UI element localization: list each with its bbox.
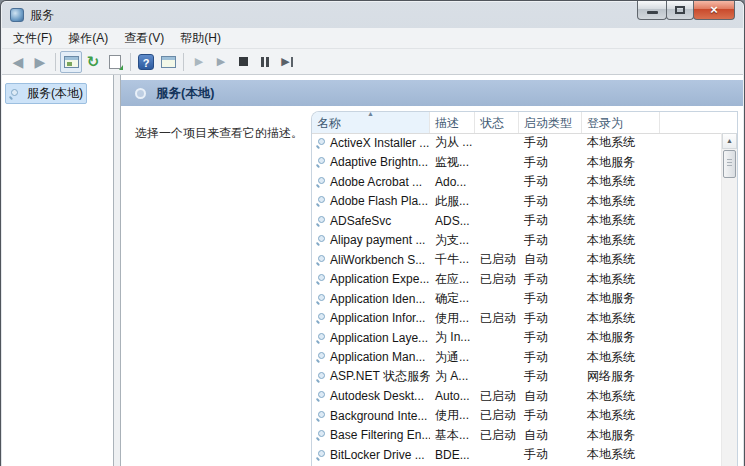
column-header-3[interactable]: 状态 bbox=[475, 112, 519, 133]
cell-startup-type: 手动 bbox=[519, 212, 582, 229]
scrollbar-thumb[interactable] bbox=[723, 150, 736, 178]
cell-name: ActiveX Installer ... bbox=[312, 136, 430, 150]
cell-logon-as: 本地系统 bbox=[582, 310, 660, 327]
close-button[interactable]: × bbox=[693, 1, 735, 20]
refresh-icon[interactable]: ↻ bbox=[82, 51, 104, 73]
table-row[interactable]: Application Man...为通...手动本地系统 bbox=[312, 348, 721, 368]
pane-splitter[interactable] bbox=[114, 75, 121, 466]
table-row[interactable]: Autodesk Deskt...Auto...已启动自动本地系统 bbox=[312, 387, 721, 407]
pause-service-icon[interactable] bbox=[254, 51, 276, 73]
menu-item[interactable]: 文件(F) bbox=[5, 28, 60, 49]
cell-description: 为从 ... bbox=[430, 134, 475, 151]
description-hint: 选择一个项目来查看它的描述。 bbox=[135, 125, 303, 142]
maximize-button[interactable] bbox=[666, 1, 694, 20]
service-name: Alipay payment ... bbox=[330, 233, 425, 247]
table-row[interactable]: Application Expe...在应...已启动手动本地系统 bbox=[312, 270, 721, 290]
table-row[interactable]: ADSafeSvcADS...手动本地系统 bbox=[312, 211, 721, 231]
table-row[interactable]: Adaptive Brightn...监视...手动本地服务 bbox=[312, 153, 721, 173]
column-header-1[interactable]: 名称▲ bbox=[312, 112, 430, 133]
cell-logon-as: 本地系统 bbox=[582, 407, 660, 424]
services-app-icon bbox=[10, 8, 24, 22]
service-icon bbox=[316, 235, 326, 245]
cell-logon-as: 本地系统 bbox=[582, 232, 660, 249]
cell-status: 已启动 bbox=[475, 271, 519, 288]
service-icon bbox=[316, 411, 326, 421]
pause-service-icon-glyph bbox=[261, 57, 269, 67]
cell-name: Application Man... bbox=[312, 350, 430, 364]
menu-item[interactable]: 查看(V) bbox=[116, 28, 172, 49]
cell-description: 在应... bbox=[430, 271, 475, 288]
sidebar-item-services-local[interactable]: 服务(本地) bbox=[5, 83, 87, 104]
forward-icon[interactable]: ▶ bbox=[29, 51, 51, 73]
service-icon bbox=[316, 450, 326, 460]
cell-startup-type: 手动 bbox=[519, 193, 582, 210]
service-name: Adobe Acrobat ... bbox=[330, 175, 422, 189]
content-area: 服务(本地) 服务(本地) 选择一个项目来查看它的描述。 名称▲描述状态启动类型… bbox=[2, 75, 743, 466]
cell-description: Ado... bbox=[430, 175, 475, 189]
cell-description: 监视... bbox=[430, 154, 475, 171]
service-icon bbox=[316, 333, 326, 343]
table-row[interactable]: Adobe Flash Pla...此服...手动本地系统 bbox=[312, 192, 721, 212]
services-window: 服务 × 文件(F)操作(A)查看(V)帮助(H) ◀▶↻?▶▶▶ 服务(本地)… bbox=[0, 0, 745, 466]
cell-description: 为 In... bbox=[430, 329, 475, 346]
services-list-panel: 名称▲描述状态启动类型登录为 ActiveX Installer ...为从 .… bbox=[311, 111, 738, 466]
table-row[interactable]: BitLocker Drive ...BDE...手动本地系统 bbox=[312, 445, 721, 465]
cell-startup-type: 手动 bbox=[519, 407, 582, 424]
cell-startup-type: 手动 bbox=[519, 134, 582, 151]
main-pane: 服务(本地) 选择一个项目来查看它的描述。 名称▲描述状态启动类型登录为 Act… bbox=[121, 75, 743, 466]
menu-item[interactable]: 帮助(H) bbox=[172, 28, 229, 49]
minimize-button-glyph bbox=[647, 11, 658, 14]
console-tree-icon[interactable] bbox=[60, 51, 82, 73]
service-name: Adaptive Brightn... bbox=[330, 155, 428, 169]
start-service-icon[interactable]: ▶ bbox=[188, 51, 210, 73]
menu-item[interactable]: 操作(A) bbox=[60, 28, 116, 49]
minimize-button[interactable] bbox=[637, 1, 667, 20]
table-row[interactable]: ActiveX Installer ...为从 ...手动本地系统 bbox=[312, 133, 721, 153]
service-icon bbox=[316, 352, 326, 362]
export-list-icon[interactable] bbox=[104, 51, 126, 73]
table-row[interactable]: Base Filtering En...基本...已启动自动本地服务 bbox=[312, 426, 721, 446]
back-icon-glyph: ◀ bbox=[13, 54, 24, 70]
table-row[interactable]: ASP.NET 状态服务为 A...手动网络服务 bbox=[312, 367, 721, 387]
cell-startup-type: 手动 bbox=[519, 446, 582, 463]
cell-status: 已启动 bbox=[475, 427, 519, 444]
back-icon[interactable]: ◀ bbox=[7, 51, 29, 73]
column-header-2[interactable]: 描述 bbox=[430, 112, 475, 133]
cell-description: 为支... bbox=[430, 232, 475, 249]
cell-name: Application Iden... bbox=[312, 292, 430, 306]
table-row[interactable]: Alipay payment ...为支...手动本地系统 bbox=[312, 231, 721, 251]
restart-service-icon[interactable]: ▶ bbox=[276, 51, 298, 73]
action-pane-icon-glyph bbox=[161, 56, 176, 68]
column-header-4[interactable]: 启动类型 bbox=[519, 112, 582, 133]
table-row[interactable]: Application Iden...确定...手动本地服务 bbox=[312, 289, 721, 309]
stop-service-icon[interactable] bbox=[232, 51, 254, 73]
vertical-scrollbar[interactable]: ▲ bbox=[721, 133, 737, 466]
cell-name: Adobe Acrobat ... bbox=[312, 175, 430, 189]
column-header-5[interactable]: 登录为 bbox=[582, 112, 660, 133]
service-icon bbox=[316, 313, 326, 323]
start-service-icon-glyph: ▶ bbox=[195, 55, 203, 68]
table-row[interactable]: Adobe Acrobat ...Ado...手动本地系统 bbox=[312, 172, 721, 192]
action-pane-icon[interactable] bbox=[157, 51, 179, 73]
table-row[interactable]: AliWorkbench S...千牛...已启动自动本地系统 bbox=[312, 250, 721, 270]
service-icon bbox=[316, 372, 326, 382]
table-row[interactable]: Background Inte...使用...已启动手动本地系统 bbox=[312, 406, 721, 426]
window-title: 服务 bbox=[30, 7, 54, 24]
services-table-header: 名称▲描述状态启动类型登录为 bbox=[312, 112, 737, 134]
title-bar[interactable]: 服务 × bbox=[1, 1, 744, 28]
cell-startup-type: 自动 bbox=[519, 427, 582, 444]
cell-logon-as: 本地服务 bbox=[582, 290, 660, 307]
resume-service-icon[interactable]: ▶ bbox=[210, 51, 232, 73]
cell-startup-type: 手动 bbox=[519, 173, 582, 190]
service-name: Autodesk Deskt... bbox=[330, 389, 424, 403]
cell-startup-type: 手动 bbox=[519, 154, 582, 171]
cell-description: 基本... bbox=[430, 427, 475, 444]
service-name: Adobe Flash Pla... bbox=[330, 194, 428, 208]
scroll-up-button[interactable]: ▲ bbox=[722, 133, 737, 149]
cell-startup-type: 手动 bbox=[519, 290, 582, 307]
table-row[interactable]: Application Laye...为 In...手动本地服务 bbox=[312, 328, 721, 348]
table-row[interactable]: Application Infor...使用...已启动手动本地系统 bbox=[312, 309, 721, 329]
help-icon[interactable]: ? bbox=[135, 51, 157, 73]
refresh-icon-glyph: ↻ bbox=[87, 53, 100, 71]
cell-status: 已启动 bbox=[475, 407, 519, 424]
